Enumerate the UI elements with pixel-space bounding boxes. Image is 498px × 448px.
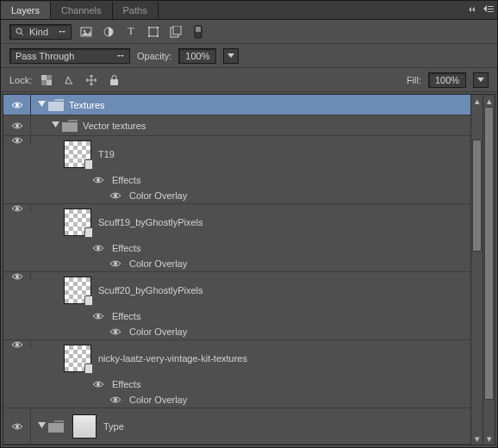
svg-rect-11 <box>148 35 150 37</box>
svg-rect-19 <box>47 80 52 85</box>
visibility-toggle[interactable] <box>3 272 31 281</box>
svg-point-34 <box>16 343 19 346</box>
fill-input[interactable]: 100% <box>428 72 466 88</box>
tab-layers[interactable]: Layers <box>1 2 51 19</box>
tab-channels[interactable]: Channels <box>51 2 112 19</box>
visibility-toggle[interactable] <box>3 408 31 444</box>
opacity-input[interactable]: 100% <box>178 48 216 64</box>
group-textures[interactable]: Textures <box>3 95 482 115</box>
visibility-toggle[interactable] <box>3 136 31 145</box>
filter-adjust-icon[interactable] <box>101 24 116 40</box>
filter-type-icon[interactable]: T <box>123 24 139 40</box>
visibility-toggle[interactable] <box>3 204 31 213</box>
chevron-down-icon <box>59 29 65 34</box>
visibility-toggle[interactable] <box>107 191 124 200</box>
eye-icon <box>11 121 23 130</box>
blend-row: Pass Through Opacity: 100% <box>1 44 497 68</box>
eye-icon <box>109 259 121 268</box>
svg-line-4 <box>21 33 23 35</box>
color-overlay-row[interactable]: Color Overlay <box>31 188 482 203</box>
effects-row[interactable]: Effects <box>31 240 482 256</box>
svg-point-37 <box>16 425 19 428</box>
eye-icon <box>11 204 23 213</box>
blend-mode-value: Pass Through <box>16 51 74 61</box>
visibility-toggle[interactable] <box>3 340 31 349</box>
filter-row: Kind T <box>1 20 497 44</box>
visibility-toggle[interactable] <box>90 176 107 184</box>
svg-point-21 <box>16 103 19 107</box>
visibility-toggle[interactable] <box>3 115 31 135</box>
filter-smart-icon[interactable] <box>168 24 184 40</box>
scroll-down-icon[interactable]: ▾ <box>471 432 482 445</box>
collapse-icon[interactable] <box>466 3 480 16</box>
visibility-toggle[interactable] <box>90 380 107 389</box>
color-overlay-row[interactable]: Color Overlay <box>31 392 482 408</box>
effects-label: Effects <box>112 243 140 253</box>
filter-shape-icon[interactable] <box>146 24 161 40</box>
scroll-down-icon[interactable]: ▾ <box>483 432 495 445</box>
lock-position-icon[interactable] <box>84 72 99 88</box>
scrollbar-inner[interactable]: ▴ ▾ <box>470 95 482 445</box>
svg-point-27 <box>114 194 117 197</box>
color-overlay-row[interactable]: Color Overlay <box>31 256 482 271</box>
visibility-toggle[interactable] <box>3 95 31 115</box>
svg-point-6 <box>84 29 85 31</box>
group-label: Textures <box>69 100 105 110</box>
scroll-thumb[interactable] <box>472 140 482 252</box>
effects-label: Effects <box>112 311 140 321</box>
lock-pixels-icon[interactable] <box>61 72 77 88</box>
layer-name: Scuff20_byGhostlyPixels <box>98 285 202 296</box>
effects-label: Effects <box>112 379 140 389</box>
effects-row[interactable]: Effects <box>31 308 482 324</box>
tab-paths[interactable]: Paths <box>113 2 159 19</box>
disclosure-triangle[interactable] <box>36 421 47 432</box>
chevron-down-icon <box>477 78 484 82</box>
disclosure-triangle[interactable] <box>50 121 60 131</box>
visibility-toggle[interactable] <box>107 395 124 404</box>
group-type[interactable]: Type <box>3 408 482 445</box>
lock-transparency-icon[interactable] <box>39 72 54 88</box>
lock-all-icon[interactable] <box>106 72 121 88</box>
effects-row[interactable]: Effects <box>31 376 482 392</box>
visibility-toggle[interactable] <box>107 327 124 336</box>
eye-icon <box>109 395 121 404</box>
layer-row[interactable]: Scuff20_byGhostlyPixelsfxEffectsColor Ov… <box>3 272 482 340</box>
svg-point-26 <box>96 178 100 182</box>
layer-row[interactable]: Scuff19_byGhostlyPixelsfxEffectsColor Ov… <box>3 204 482 272</box>
visibility-toggle[interactable] <box>107 259 124 268</box>
group-vector-textures[interactable]: Vector textures <box>3 115 482 136</box>
scroll-up-icon[interactable]: ▴ <box>471 95 482 107</box>
eye-icon <box>92 312 104 320</box>
chevron-down-icon <box>117 53 124 59</box>
layers-list: Textures Vector textures T19fxEffectsCol… <box>3 95 482 445</box>
folder-icon <box>48 99 64 111</box>
scroll-up-icon[interactable]: ▴ <box>483 95 495 107</box>
color-overlay-row[interactable]: Color Overlay <box>31 324 482 339</box>
svg-point-35 <box>96 383 100 386</box>
filter-toggle-icon[interactable] <box>190 24 206 40</box>
svg-rect-12 <box>157 35 159 37</box>
svg-rect-22 <box>48 102 64 111</box>
svg-rect-1 <box>488 9 494 9</box>
layer-row[interactable]: nicky-laatz-very-vintage-kit-texturesfxE… <box>3 340 482 408</box>
svg-point-30 <box>114 262 117 265</box>
scrollbar-outer[interactable]: ▴ ▾ <box>482 95 495 445</box>
visibility-toggle[interactable] <box>90 244 107 252</box>
layer-row[interactable]: T19fxEffectsColor Overlay <box>3 136 482 204</box>
layer-thumbnail <box>64 140 91 168</box>
visibility-toggle[interactable] <box>90 312 107 320</box>
svg-point-29 <box>96 246 100 250</box>
fill-dropdown[interactable] <box>473 72 489 88</box>
eye-icon <box>11 422 23 431</box>
disclosure-triangle[interactable] <box>36 100 47 110</box>
filter-pixel-icon[interactable] <box>78 24 94 40</box>
opacity-dropdown[interactable] <box>223 48 239 64</box>
eye-icon <box>92 380 104 389</box>
scroll-thumb[interactable] <box>484 107 494 400</box>
svg-rect-0 <box>488 6 494 7</box>
blend-mode-select[interactable]: Pass Through <box>9 48 130 64</box>
svg-point-31 <box>16 275 19 278</box>
filter-kind-select[interactable]: Kind <box>9 24 72 40</box>
panel-menu-icon[interactable] <box>482 3 495 16</box>
effects-row[interactable]: Effects <box>31 172 482 188</box>
